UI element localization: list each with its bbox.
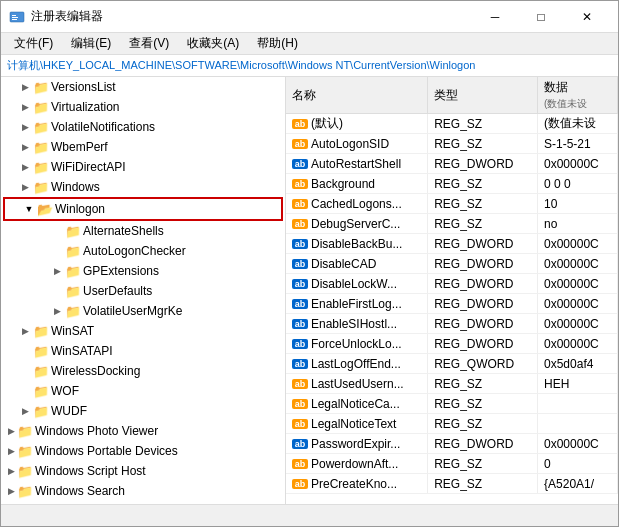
cell-type: REG_SZ: [428, 474, 538, 494]
table-row[interactable]: ab LegalNoticeCa... REG_SZ: [286, 394, 618, 414]
table-row[interactable]: ab EnableSIHostl... REG_DWORD 0x00000C: [286, 314, 618, 334]
cell-data: no: [538, 214, 618, 234]
cell-type: REG_DWORD: [428, 314, 538, 334]
node-label: Windows Photo Viewer: [35, 424, 158, 438]
menu-favorites[interactable]: 收藏夹(A): [178, 32, 248, 55]
minimize-button[interactable]: ─: [472, 2, 518, 32]
close-button[interactable]: ✕: [564, 2, 610, 32]
tree-node-windows[interactable]: ▶ 📁 Windows: [1, 177, 285, 197]
tree-node-windowssearch[interactable]: ▶ 📁 Windows Search: [1, 481, 285, 501]
reg-ab-icon: ab: [292, 139, 308, 149]
menu-view[interactable]: 查看(V): [120, 32, 178, 55]
expand-icon: ▶: [1, 466, 17, 476]
tree-node-wof[interactable]: 📁 WOF: [1, 381, 285, 401]
tree-node-gpextensions[interactable]: ▶ 📁 GPExtensions: [1, 261, 285, 281]
menu-help[interactable]: 帮助(H): [248, 32, 307, 55]
expand-icon: ▶: [17, 102, 33, 112]
tree-node-windowsphotoviewer[interactable]: ▶ 📁 Windows Photo Viewer: [1, 421, 285, 441]
reg-bin-icon: ab: [292, 439, 308, 449]
expand-icon: ▶: [17, 326, 33, 336]
tree-node-windowsscripthost[interactable]: ▶ 📁 Windows Script Host: [1, 461, 285, 481]
menu-file[interactable]: 文件(F): [5, 32, 62, 55]
table-row[interactable]: ab LegalNoticeText REG_SZ: [286, 414, 618, 434]
folder-icon: 📁: [17, 464, 33, 479]
tree-node-autologonchecker[interactable]: 📁 AutoLogonChecker: [1, 241, 285, 261]
breadcrumb-path: 计算机\HKEY_LOCAL_MACHINE\SOFTWARE\Microsof…: [7, 58, 475, 73]
table-row[interactable]: ab PasswordExpir... REG_DWORD 0x00000C: [286, 434, 618, 454]
values-panel[interactable]: 名称 类型 数据 (数值未设 ab (默认) REG_SZ (数值: [286, 77, 618, 504]
node-label: VolatileUserMgrKe: [83, 304, 182, 318]
tree-node-wudf[interactable]: ▶ 📁 WUDF: [1, 401, 285, 421]
table-row[interactable]: ab LastUsedUsern... REG_SZ HEH: [286, 374, 618, 394]
cell-name: ab PasswordExpir...: [286, 434, 428, 454]
tree-panel[interactable]: ▶ 📁 VersionsList ▶ 📁 Virtualization ▶ 📁 …: [1, 77, 286, 504]
cell-name: ab DisableLockW...: [286, 274, 428, 294]
tree-node-alternateshells[interactable]: 📁 AlternateShells: [1, 221, 285, 241]
tree-node-userdefaults[interactable]: 📁 UserDefaults: [1, 281, 285, 301]
reg-icon: ab LastUsedUsern...: [292, 377, 404, 391]
table-row[interactable]: ab ForceUnlockLo... REG_DWORD 0x00000C: [286, 334, 618, 354]
table-row[interactable]: ab DebugServerC... REG_SZ no: [286, 214, 618, 234]
tree-node-winsat[interactable]: ▶ 📁 WinSAT: [1, 321, 285, 341]
tree-node-wirelessdocking[interactable]: 📁 WirelessDocking: [1, 361, 285, 381]
menu-edit[interactable]: 编辑(E): [62, 32, 120, 55]
cell-data: 0: [538, 454, 618, 474]
tree-node-windowsportabledevices[interactable]: ▶ 📁 Windows Portable Devices: [1, 441, 285, 461]
col-header-data: 数据 (数值未设: [538, 77, 618, 114]
tree-node-winlogon[interactable]: ▼ 📂 Winlogon: [5, 199, 281, 219]
cell-data: 0x00000C: [538, 434, 618, 454]
svg-rect-3: [12, 19, 17, 20]
cell-name: ab ForceUnlockLo...: [286, 334, 428, 354]
table-row[interactable]: ab DisableBackBu... REG_DWORD 0x00000C: [286, 234, 618, 254]
table-row[interactable]: ab (默认) REG_SZ (数值未设: [286, 114, 618, 134]
tree-node-wifidirectapi[interactable]: ▶ 📁 WiFiDirectAPI: [1, 157, 285, 177]
maximize-button[interactable]: □: [518, 2, 564, 32]
table-row[interactable]: ab PreCreateKno... REG_SZ {A520A1/: [286, 474, 618, 494]
folder-icon: 📁: [33, 364, 49, 379]
reg-icon: ab PasswordExpir...: [292, 437, 400, 451]
node-label: WOF: [51, 384, 79, 398]
tree-node-wbemperf[interactable]: ▶ 📁 WbemPerf: [1, 137, 285, 157]
reg-icon: ab DisableLockW...: [292, 277, 397, 291]
cell-data: S-1-5-21: [538, 134, 618, 154]
window-title: 注册表编辑器: [31, 8, 103, 25]
reg-bin-icon: ab: [292, 359, 308, 369]
reg-icon: ab DisableBackBu...: [292, 237, 402, 251]
value-name: PasswordExpir...: [311, 437, 400, 451]
reg-bin-icon: ab: [292, 259, 308, 269]
value-name: AutoLogonSID: [311, 137, 389, 151]
tree-node-winsatapi[interactable]: 📁 WinSATAPI: [1, 341, 285, 361]
expand-icon: ▶: [17, 406, 33, 416]
folder-icon: 📁: [65, 264, 81, 279]
cell-data: 0x00000C: [538, 154, 618, 174]
tree-node-volatilenotifications[interactable]: ▶ 📁 VolatileNotifications: [1, 117, 285, 137]
registry-values-table: 名称 类型 数据 (数值未设 ab (默认) REG_SZ (数值: [286, 77, 618, 494]
node-label-portabledevices: Windows Portable Devices: [35, 444, 178, 458]
value-name: LegalNoticeText: [311, 417, 396, 431]
winlogon-highlighted-box: ▼ 📂 Winlogon: [3, 197, 283, 221]
col-header-type: 类型: [428, 77, 538, 114]
node-label: VolatileNotifications: [51, 120, 155, 134]
node-label: Virtualization: [51, 100, 119, 114]
value-name: Background: [311, 177, 375, 191]
folder-icon: 📁: [33, 160, 49, 175]
cell-name: ab DisableCAD: [286, 254, 428, 274]
cell-data: 10: [538, 194, 618, 214]
table-row[interactable]: ab AutoRestartShell REG_DWORD 0x00000C: [286, 154, 618, 174]
tree-node-versionslist[interactable]: ▶ 📁 VersionsList: [1, 77, 285, 97]
table-row[interactable]: ab DisableCAD REG_DWORD 0x00000C: [286, 254, 618, 274]
folder-icon: 📁: [33, 100, 49, 115]
tree-node-virtualization[interactable]: ▶ 📁 Virtualization: [1, 97, 285, 117]
table-row[interactable]: ab CachedLogons... REG_SZ 10: [286, 194, 618, 214]
folder-icon: 📁: [33, 344, 49, 359]
table-row[interactable]: ab EnableFirstLog... REG_DWORD 0x00000C: [286, 294, 618, 314]
table-row[interactable]: ab Background REG_SZ 0 0 0: [286, 174, 618, 194]
table-row[interactable]: ab PowerdownAft... REG_SZ 0: [286, 454, 618, 474]
cell-name: ab EnableFirstLog...: [286, 294, 428, 314]
table-row[interactable]: ab AutoLogonSID REG_SZ S-1-5-21: [286, 134, 618, 154]
table-row[interactable]: ab DisableLockW... REG_DWORD 0x00000C: [286, 274, 618, 294]
cell-type: REG_DWORD: [428, 234, 538, 254]
table-row[interactable]: ab LastLogOffEnd... REG_QWORD 0x5d0af4: [286, 354, 618, 374]
tree-node-volatileusermgrke[interactable]: ▶ 📁 VolatileUserMgrKe: [1, 301, 285, 321]
expand-icon: ▶: [1, 486, 17, 496]
